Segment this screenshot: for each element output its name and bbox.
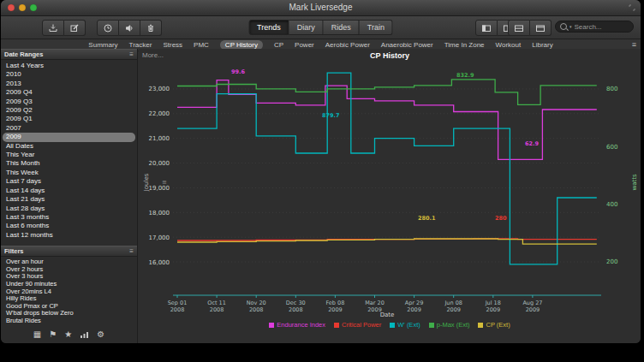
close-button[interactable] [8,4,15,11]
date-range-item[interactable]: Last 6 months [1,222,137,230]
star-icon[interactable]: ★ [64,330,72,339]
left-axis-tick-label: 18,000 [149,210,170,217]
date-range-item[interactable]: 2010 [1,70,137,79]
left-axis-tick-label: 20,000 [149,160,170,167]
date-range-item[interactable]: All Dates [1,142,137,151]
toolbar: TrendsDiaryRidesTrain [1,16,641,39]
chart-panel: More... CP History Sep 012008Oct 112008N… [139,49,641,343]
date-range-item[interactable]: 2013 [1,80,137,88]
date-range-item[interactable]: Last 3 months [1,213,137,222]
date-range-item[interactable]: 2009 Q4 [1,88,137,97]
legend-item: Critical Power [334,321,381,329]
search-icon[interactable] [560,23,567,30]
x-tick-label: 2009 [446,306,461,313]
left-axis-tick-label: 22,000 [149,110,170,117]
date-range-item[interactable]: Last 7 days [1,177,137,186]
x-tick-label: 2009 [526,306,540,313]
filter-item[interactable]: Brutal Rides [1,317,137,325]
legend-swatch [390,323,395,328]
zoom-button[interactable] [30,4,37,11]
date-ranges-header: Date Ranges ≡ [1,49,137,60]
segment-diary[interactable]: Diary [289,20,324,35]
chart-title: CP History [139,49,641,60]
flag-icon[interactable]: ⚑ [49,330,57,339]
legend-item: p-Max (Ext) [429,321,470,329]
search-input[interactable] [575,23,629,31]
clock-button[interactable] [97,20,119,36]
x-tick-label: Dec 30 [286,300,306,306]
date-ranges-menu-icon[interactable]: ≡ [129,50,134,59]
date-ranges-title: Date Ranges [4,50,43,59]
app-window: Mark Liversedge [1,0,641,343]
compose-button[interactable] [64,20,86,36]
value-annotation: 832.9 [456,72,474,79]
x-tick-label: Apr 29 [405,300,424,306]
date-range-item[interactable]: This Week [1,169,137,177]
date-range-item[interactable]: Last 4 Years [1,62,137,70]
chart-legend: Endurance IndexCritical PowerW' (Ext)p-M… [139,321,641,329]
right-axis-tick-label: 200 [606,258,617,265]
x-tick-label: Aug 27 [522,300,542,306]
filters-menu-icon[interactable]: ≡ [129,246,134,256]
date-range-item[interactable]: This Year [1,151,137,159]
titlebar: Mark Liversedge [1,0,641,16]
more-link[interactable]: More... [142,51,164,59]
legend-label: CP (Ext) [486,321,510,329]
filters-title: Filters [4,246,24,256]
chart-icon[interactable] [80,330,89,339]
x-tick-label: Jul 18 [485,300,501,306]
tray-download-icon [48,23,58,33]
x-tick-label: 2009 [486,306,501,313]
x-tick-label: Sep 01 [168,300,188,306]
filters-header: Filters ≡ [1,246,137,257]
trash-button[interactable] [140,20,162,36]
left-axis-title: Joules [143,173,150,192]
window-controls [8,4,37,11]
date-range-item[interactable]: 2009 Q2 [1,106,137,115]
date-range-item[interactable]: 2009 [3,133,135,141]
left-axis-tick-label: 23,000 [149,86,170,92]
date-range-item[interactable]: Last 21 days [1,195,137,204]
legend-item: CP (Ext) [478,321,510,329]
date-range-item[interactable]: 2009 Q3 [1,98,137,106]
left-axis-tick-label: 16,000 [149,259,170,266]
segment-train[interactable]: Train [360,20,393,35]
value-annotation: 62.9 [525,140,540,147]
x-tick-label: Feb 08 [325,300,344,306]
legend-swatch [269,323,274,328]
date-range-item[interactable]: 2009 Q1 [1,115,137,123]
minimize-button[interactable] [19,4,26,11]
x-tick-label: 2009 [328,306,343,313]
export-button[interactable] [42,20,64,36]
gear-icon[interactable]: ⚙ [97,330,104,339]
legend-label: p-Max (Ext) [437,321,470,329]
x-tick-label: 2008 [289,306,303,313]
left-axis-tick-label: 21,000 [149,135,170,142]
legend-label: Critical Power [342,321,381,329]
window-title: Mark Liversedge [289,3,353,12]
date-range-item[interactable]: Last 14 days [1,187,137,195]
speaker-button[interactable] [119,20,140,36]
tab-menu-icon[interactable]: ≡ [632,40,636,49]
x-tick-label: 2008 [210,306,224,313]
search-field: ▾ [555,21,634,33]
right-axis-tick-label: 800 [606,86,617,92]
speaker-icon [124,23,134,33]
date-range-item[interactable]: 2007 [1,124,137,133]
segment-rides[interactable]: Rides [324,20,360,35]
x-tick-label: Mar 20 [365,300,385,306]
segment-trends[interactable]: Trends [248,20,289,35]
window-button[interactable] [530,20,552,36]
x-tick-label: Nov 20 [247,300,266,306]
calendar-icon[interactable]: ▦ [33,330,41,339]
window-icon [535,23,546,33]
sidebar-toggle-button[interactable] [475,20,498,36]
layout-rows-button[interactable] [508,20,530,36]
date-range-item[interactable]: Last 12 months [1,231,137,240]
fullscreen-icon[interactable] [629,4,635,11]
legend-label: Endurance Index [277,321,325,329]
date-range-item[interactable]: Last 28 days [1,205,137,213]
date-range-item[interactable]: This Month [1,159,137,168]
axis-menu-icon: ≡ [162,179,167,186]
toolbar-group-tiles [508,20,552,36]
